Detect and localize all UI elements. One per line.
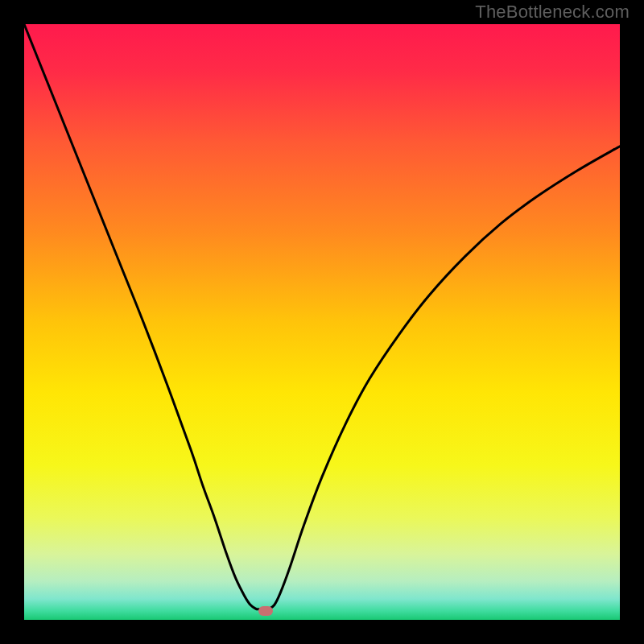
optimum-marker: [258, 606, 273, 616]
plot-svg: [24, 24, 620, 620]
plot-area: [24, 24, 620, 620]
gradient-background: [24, 24, 620, 620]
watermark-text: TheBottleneck.com: [475, 2, 630, 23]
chart-frame: TheBottleneck.com: [0, 0, 644, 644]
